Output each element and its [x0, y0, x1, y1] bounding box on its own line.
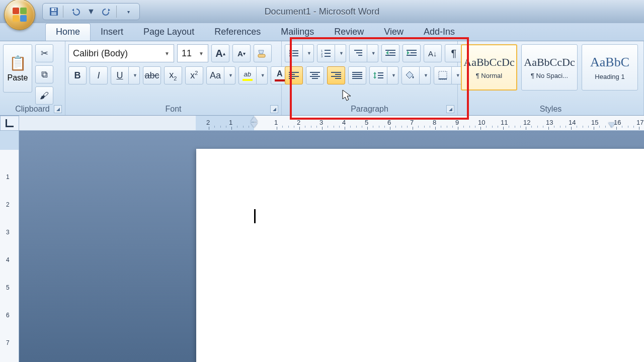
- qat-save-button[interactable]: [47, 5, 61, 19]
- office-button[interactable]: [4, 0, 37, 32]
- bullets-dropdown[interactable]: ▼: [303, 44, 314, 62]
- quick-access-toolbar: ▼ ▾: [42, 3, 140, 20]
- shading-button[interactable]: [401, 66, 420, 84]
- svg-rect-10: [292, 55, 298, 56]
- change-case-button[interactable]: Aa: [206, 66, 224, 84]
- svg-rect-37: [335, 78, 341, 79]
- decrease-indent-button[interactable]: [381, 44, 399, 62]
- svg-rect-26: [289, 72, 299, 73]
- subscript-button[interactable]: x2: [164, 66, 182, 84]
- svg-rect-16: [325, 56, 331, 57]
- superscript-button[interactable]: x2: [185, 66, 203, 84]
- svg-rect-21: [389, 52, 395, 53]
- paragraph-launcher[interactable]: ◢: [446, 105, 454, 113]
- tab-page-layout[interactable]: Page Layout: [133, 24, 204, 41]
- document-area: 1234567: [0, 131, 644, 362]
- align-center-button[interactable]: [306, 66, 324, 84]
- shrink-font-button[interactable]: A▾: [232, 44, 251, 62]
- justify-button[interactable]: [348, 66, 366, 84]
- underline-button[interactable]: U: [111, 66, 129, 84]
- horizontal-ruler[interactable]: 211234567891011121314151617: [196, 116, 644, 130]
- bold-button[interactable]: B: [68, 66, 87, 84]
- text-cursor: [254, 209, 256, 223]
- shading-dropdown[interactable]: ▼: [420, 66, 431, 84]
- qat-redo-button[interactable]: [100, 5, 114, 19]
- multilevel-list-button[interactable]: [349, 44, 367, 62]
- vertical-ruler[interactable]: 1234567: [0, 131, 19, 362]
- tab-mailings[interactable]: Mailings: [271, 24, 324, 41]
- increase-indent-button[interactable]: [403, 44, 421, 62]
- tab-references[interactable]: References: [204, 24, 271, 41]
- borders-button[interactable]: [434, 66, 452, 84]
- qat-undo-button[interactable]: [68, 5, 82, 19]
- svg-point-7: [289, 52, 291, 54]
- svg-rect-35: [335, 74, 341, 75]
- svg-rect-27: [289, 74, 295, 75]
- numbering-button[interactable]: 123: [317, 44, 335, 62]
- svg-rect-36: [331, 76, 341, 77]
- group-label-styles: Styles: [458, 105, 643, 114]
- clear-formatting-button[interactable]: [254, 44, 272, 62]
- style-normal[interactable]: AaBbCcDc ¶ Normal: [461, 44, 517, 90]
- svg-rect-22: [385, 55, 395, 56]
- numbering-dropdown[interactable]: ▼: [335, 44, 346, 62]
- font-size-value: 11: [182, 48, 192, 59]
- align-right-button[interactable]: [327, 66, 345, 84]
- qat-customize-button[interactable]: ▾: [121, 5, 135, 19]
- style-label: ¶ Normal: [476, 72, 503, 79]
- clipboard-launcher[interactable]: ◢: [54, 105, 62, 113]
- strikethrough-button[interactable]: abc: [143, 66, 161, 84]
- svg-rect-30: [310, 72, 320, 73]
- svg-rect-18: [356, 52, 362, 53]
- paste-button[interactable]: 📋 Paste: [3, 44, 32, 93]
- group-paragraph: ▼ 123▼ ▼ A↓ ¶ ▼ ▼ ▼ Paragraph ◢: [282, 41, 458, 115]
- svg-rect-2: [51, 12, 56, 15]
- svg-rect-24: [411, 52, 417, 53]
- svg-point-9: [289, 55, 291, 57]
- copy-icon: ⧉: [41, 69, 48, 80]
- font-launcher[interactable]: ◢: [270, 105, 278, 113]
- scissors-icon: ✂: [41, 48, 48, 59]
- multilevel-dropdown[interactable]: ▼: [367, 44, 378, 62]
- highlight-swatch: [243, 79, 253, 81]
- change-case-dropdown[interactable]: ▼: [224, 66, 235, 84]
- ruler-area: 211234567891011121314151617: [0, 116, 644, 131]
- font-name-value: Calibri (Body): [73, 48, 128, 59]
- tab-add-ins[interactable]: Add-Ins: [414, 24, 465, 41]
- style-label: ¶ No Spaci...: [531, 72, 568, 79]
- group-label-font: Font: [65, 105, 281, 114]
- style-sample: AaBbC: [590, 55, 629, 70]
- format-painter-button[interactable]: 🖌: [35, 86, 53, 105]
- line-spacing-button[interactable]: [369, 66, 387, 84]
- svg-rect-31: [312, 74, 318, 75]
- tab-home[interactable]: Home: [45, 23, 91, 41]
- italic-button[interactable]: I: [90, 66, 108, 84]
- svg-rect-33: [312, 78, 318, 79]
- clipboard-icon: 📋: [9, 55, 27, 71]
- highlight-color-button[interactable]: ab: [238, 66, 257, 84]
- svg-rect-38: [352, 72, 362, 73]
- group-styles: AaBbCcDc ¶ Normal AaBbCcDc ¶ No Spaci...…: [458, 41, 644, 115]
- bullets-button[interactable]: [285, 44, 303, 62]
- font-name-combo[interactable]: Calibri (Body)▼: [68, 44, 174, 62]
- tab-stop-selector[interactable]: [0, 116, 19, 131]
- tab-view[interactable]: View: [374, 24, 414, 41]
- svg-rect-1: [51, 8, 56, 11]
- tab-insert[interactable]: Insert: [91, 24, 133, 41]
- cut-button[interactable]: ✂: [35, 44, 53, 62]
- highlight-color-dropdown[interactable]: ▼: [257, 66, 268, 84]
- qat-undo-dropdown[interactable]: ▼: [84, 5, 98, 19]
- sort-button[interactable]: A↓: [424, 44, 442, 62]
- underline-dropdown[interactable]: ▼: [129, 66, 140, 84]
- tab-review[interactable]: Review: [324, 24, 374, 41]
- copy-button[interactable]: ⧉: [35, 65, 53, 83]
- style-no-spacing[interactable]: AaBbCcDc ¶ No Spaci...: [521, 44, 578, 90]
- font-size-combo[interactable]: 11▼: [177, 44, 208, 62]
- grow-font-button[interactable]: A▴: [211, 44, 229, 62]
- svg-text:3: 3: [321, 55, 323, 57]
- document-page[interactable]: [196, 149, 644, 362]
- style-heading-1[interactable]: AaBbC Heading 1: [582, 44, 638, 90]
- line-spacing-dropdown[interactable]: ▼: [387, 66, 398, 84]
- svg-rect-28: [289, 76, 299, 77]
- align-left-button[interactable]: [285, 66, 303, 84]
